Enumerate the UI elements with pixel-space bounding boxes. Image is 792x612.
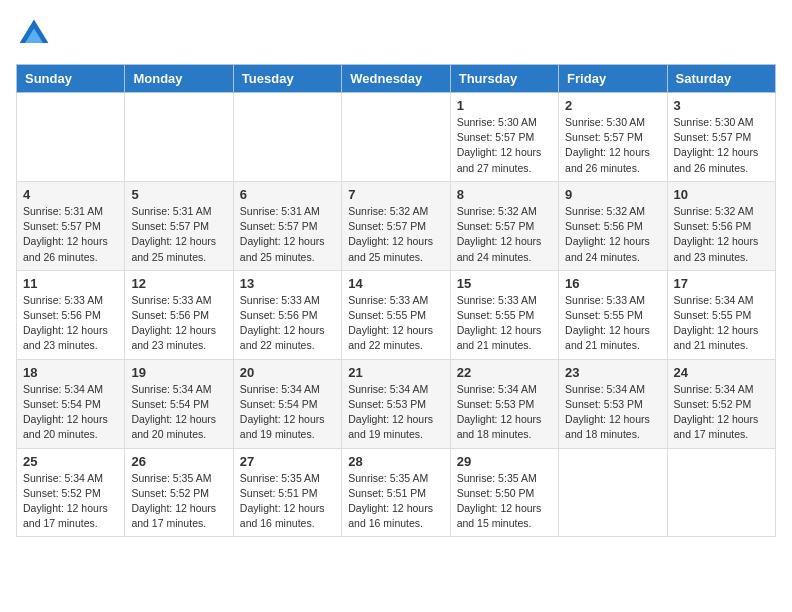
calendar-cell: 14Sunrise: 5:33 AM Sunset: 5:55 PM Dayli… [342, 270, 450, 359]
calendar-cell: 17Sunrise: 5:34 AM Sunset: 5:55 PM Dayli… [667, 270, 775, 359]
calendar-cell: 24Sunrise: 5:34 AM Sunset: 5:52 PM Dayli… [667, 359, 775, 448]
day-info: Sunrise: 5:33 AM Sunset: 5:56 PM Dayligh… [131, 293, 226, 354]
day-info: Sunrise: 5:34 AM Sunset: 5:54 PM Dayligh… [23, 382, 118, 443]
day-number: 5 [131, 187, 226, 202]
day-info: Sunrise: 5:32 AM Sunset: 5:57 PM Dayligh… [457, 204, 552, 265]
day-info: Sunrise: 5:33 AM Sunset: 5:56 PM Dayligh… [23, 293, 118, 354]
day-info: Sunrise: 5:33 AM Sunset: 5:56 PM Dayligh… [240, 293, 335, 354]
calendar-cell: 1Sunrise: 5:30 AM Sunset: 5:57 PM Daylig… [450, 93, 558, 182]
calendar-week-row: 25Sunrise: 5:34 AM Sunset: 5:52 PM Dayli… [17, 448, 776, 537]
calendar-cell [667, 448, 775, 537]
calendar-week-row: 11Sunrise: 5:33 AM Sunset: 5:56 PM Dayli… [17, 270, 776, 359]
calendar-header-row: SundayMondayTuesdayWednesdayThursdayFrid… [17, 65, 776, 93]
calendar-cell: 18Sunrise: 5:34 AM Sunset: 5:54 PM Dayli… [17, 359, 125, 448]
day-number: 29 [457, 454, 552, 469]
calendar-cell: 7Sunrise: 5:32 AM Sunset: 5:57 PM Daylig… [342, 181, 450, 270]
day-number: 10 [674, 187, 769, 202]
day-info: Sunrise: 5:34 AM Sunset: 5:53 PM Dayligh… [348, 382, 443, 443]
calendar-cell: 19Sunrise: 5:34 AM Sunset: 5:54 PM Dayli… [125, 359, 233, 448]
calendar-cell: 22Sunrise: 5:34 AM Sunset: 5:53 PM Dayli… [450, 359, 558, 448]
day-number: 24 [674, 365, 769, 380]
day-number: 1 [457, 98, 552, 113]
day-number: 6 [240, 187, 335, 202]
weekday-header-monday: Monday [125, 65, 233, 93]
day-number: 8 [457, 187, 552, 202]
day-info: Sunrise: 5:34 AM Sunset: 5:53 PM Dayligh… [565, 382, 660, 443]
day-number: 23 [565, 365, 660, 380]
day-info: Sunrise: 5:33 AM Sunset: 5:55 PM Dayligh… [348, 293, 443, 354]
logo [16, 16, 58, 52]
day-info: Sunrise: 5:34 AM Sunset: 5:55 PM Dayligh… [674, 293, 769, 354]
calendar-cell: 21Sunrise: 5:34 AM Sunset: 5:53 PM Dayli… [342, 359, 450, 448]
calendar-cell [559, 448, 667, 537]
calendar-cell: 2Sunrise: 5:30 AM Sunset: 5:57 PM Daylig… [559, 93, 667, 182]
page-header [16, 16, 776, 52]
day-info: Sunrise: 5:34 AM Sunset: 5:52 PM Dayligh… [23, 471, 118, 532]
calendar-cell: 8Sunrise: 5:32 AM Sunset: 5:57 PM Daylig… [450, 181, 558, 270]
weekday-header-saturday: Saturday [667, 65, 775, 93]
day-info: Sunrise: 5:32 AM Sunset: 5:56 PM Dayligh… [674, 204, 769, 265]
calendar-cell [125, 93, 233, 182]
calendar-cell: 11Sunrise: 5:33 AM Sunset: 5:56 PM Dayli… [17, 270, 125, 359]
weekday-header-tuesday: Tuesday [233, 65, 341, 93]
day-number: 13 [240, 276, 335, 291]
day-number: 21 [348, 365, 443, 380]
day-number: 7 [348, 187, 443, 202]
day-number: 12 [131, 276, 226, 291]
logo-icon [16, 16, 52, 52]
day-info: Sunrise: 5:31 AM Sunset: 5:57 PM Dayligh… [131, 204, 226, 265]
day-number: 26 [131, 454, 226, 469]
day-info: Sunrise: 5:35 AM Sunset: 5:51 PM Dayligh… [348, 471, 443, 532]
day-info: Sunrise: 5:33 AM Sunset: 5:55 PM Dayligh… [565, 293, 660, 354]
day-number: 17 [674, 276, 769, 291]
day-number: 9 [565, 187, 660, 202]
day-number: 27 [240, 454, 335, 469]
calendar-table: SundayMondayTuesdayWednesdayThursdayFrid… [16, 64, 776, 537]
calendar-cell: 10Sunrise: 5:32 AM Sunset: 5:56 PM Dayli… [667, 181, 775, 270]
day-info: Sunrise: 5:32 AM Sunset: 5:57 PM Dayligh… [348, 204, 443, 265]
day-info: Sunrise: 5:31 AM Sunset: 5:57 PM Dayligh… [240, 204, 335, 265]
day-info: Sunrise: 5:35 AM Sunset: 5:50 PM Dayligh… [457, 471, 552, 532]
day-number: 19 [131, 365, 226, 380]
calendar-cell: 9Sunrise: 5:32 AM Sunset: 5:56 PM Daylig… [559, 181, 667, 270]
calendar-cell [17, 93, 125, 182]
calendar-cell [342, 93, 450, 182]
day-number: 4 [23, 187, 118, 202]
calendar-week-row: 4Sunrise: 5:31 AM Sunset: 5:57 PM Daylig… [17, 181, 776, 270]
calendar-week-row: 1Sunrise: 5:30 AM Sunset: 5:57 PM Daylig… [17, 93, 776, 182]
day-info: Sunrise: 5:30 AM Sunset: 5:57 PM Dayligh… [674, 115, 769, 176]
day-info: Sunrise: 5:34 AM Sunset: 5:53 PM Dayligh… [457, 382, 552, 443]
day-number: 28 [348, 454, 443, 469]
calendar-cell: 20Sunrise: 5:34 AM Sunset: 5:54 PM Dayli… [233, 359, 341, 448]
calendar-cell: 12Sunrise: 5:33 AM Sunset: 5:56 PM Dayli… [125, 270, 233, 359]
day-number: 2 [565, 98, 660, 113]
day-number: 18 [23, 365, 118, 380]
day-number: 3 [674, 98, 769, 113]
day-number: 11 [23, 276, 118, 291]
day-number: 22 [457, 365, 552, 380]
calendar-cell: 6Sunrise: 5:31 AM Sunset: 5:57 PM Daylig… [233, 181, 341, 270]
day-info: Sunrise: 5:33 AM Sunset: 5:55 PM Dayligh… [457, 293, 552, 354]
weekday-header-friday: Friday [559, 65, 667, 93]
calendar-cell: 29Sunrise: 5:35 AM Sunset: 5:50 PM Dayli… [450, 448, 558, 537]
calendar-cell: 5Sunrise: 5:31 AM Sunset: 5:57 PM Daylig… [125, 181, 233, 270]
day-info: Sunrise: 5:35 AM Sunset: 5:51 PM Dayligh… [240, 471, 335, 532]
calendar-cell: 27Sunrise: 5:35 AM Sunset: 5:51 PM Dayli… [233, 448, 341, 537]
weekday-header-sunday: Sunday [17, 65, 125, 93]
day-info: Sunrise: 5:34 AM Sunset: 5:52 PM Dayligh… [674, 382, 769, 443]
day-number: 20 [240, 365, 335, 380]
calendar-cell: 23Sunrise: 5:34 AM Sunset: 5:53 PM Dayli… [559, 359, 667, 448]
weekday-header-wednesday: Wednesday [342, 65, 450, 93]
day-info: Sunrise: 5:34 AM Sunset: 5:54 PM Dayligh… [240, 382, 335, 443]
calendar-cell: 13Sunrise: 5:33 AM Sunset: 5:56 PM Dayli… [233, 270, 341, 359]
calendar-cell [233, 93, 341, 182]
day-info: Sunrise: 5:30 AM Sunset: 5:57 PM Dayligh… [565, 115, 660, 176]
calendar-cell: 25Sunrise: 5:34 AM Sunset: 5:52 PM Dayli… [17, 448, 125, 537]
day-info: Sunrise: 5:35 AM Sunset: 5:52 PM Dayligh… [131, 471, 226, 532]
day-number: 15 [457, 276, 552, 291]
calendar-cell: 3Sunrise: 5:30 AM Sunset: 5:57 PM Daylig… [667, 93, 775, 182]
day-info: Sunrise: 5:34 AM Sunset: 5:54 PM Dayligh… [131, 382, 226, 443]
day-info: Sunrise: 5:32 AM Sunset: 5:56 PM Dayligh… [565, 204, 660, 265]
day-number: 16 [565, 276, 660, 291]
calendar-cell: 26Sunrise: 5:35 AM Sunset: 5:52 PM Dayli… [125, 448, 233, 537]
